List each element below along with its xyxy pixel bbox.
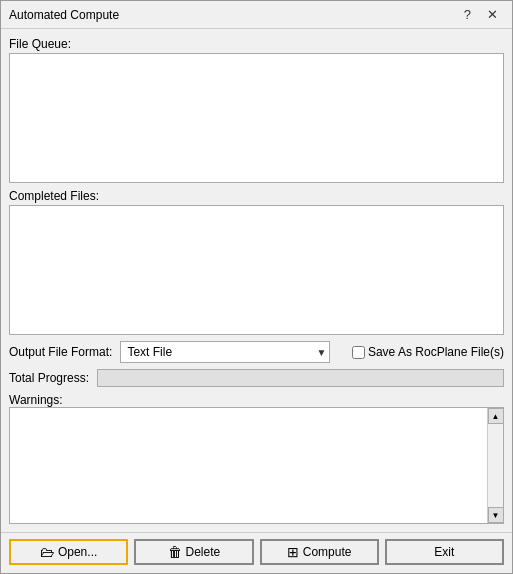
- warnings-label: Warnings:: [9, 393, 504, 407]
- compute-button-label: Compute: [303, 545, 352, 559]
- main-window: Automated Compute ? ✕ File Queue: Comple…: [0, 0, 513, 574]
- title-bar: Automated Compute ? ✕: [1, 1, 512, 29]
- dropdown-wrapper: Text File CSV File Excel File ▼: [120, 341, 330, 363]
- warnings-box[interactable]: ▲ ▼: [9, 407, 504, 524]
- file-queue-section: File Queue:: [9, 37, 504, 183]
- window-title: Automated Compute: [9, 8, 458, 22]
- warnings-section: Warnings: ▲ ▼: [9, 393, 504, 524]
- scrollbar-track: ▲ ▼: [487, 408, 503, 523]
- save-as-checkbox[interactable]: [352, 346, 365, 359]
- open-icon: 🗁: [40, 544, 54, 560]
- delete-icon: 🗑: [168, 544, 182, 560]
- completed-files-label: Completed Files:: [9, 189, 504, 203]
- delete-button[interactable]: 🗑 Delete: [134, 539, 253, 565]
- progress-row: Total Progress:: [9, 369, 504, 387]
- output-format-label: Output File Format:: [9, 345, 112, 359]
- file-queue-box[interactable]: [9, 53, 504, 183]
- scroll-down-button[interactable]: ▼: [488, 507, 504, 523]
- file-queue-label: File Queue:: [9, 37, 504, 51]
- delete-button-label: Delete: [186, 545, 221, 559]
- open-button-label: Open...: [58, 545, 97, 559]
- completed-files-section: Completed Files:: [9, 189, 504, 335]
- progress-bar-container: [97, 369, 504, 387]
- exit-button[interactable]: Exit: [385, 539, 504, 565]
- content-area: File Queue: Completed Files: Output File…: [1, 29, 512, 532]
- compute-icon: ⊞: [287, 544, 299, 560]
- scrollbar-thumb-area: [488, 424, 503, 507]
- save-as-checkbox-label[interactable]: Save As RocPlane File(s): [352, 345, 504, 359]
- completed-files-box[interactable]: [9, 205, 504, 335]
- help-button[interactable]: ?: [458, 6, 477, 23]
- output-format-select[interactable]: Text File CSV File Excel File: [120, 341, 330, 363]
- scroll-up-button[interactable]: ▲: [488, 408, 504, 424]
- title-bar-controls: ? ✕: [458, 6, 504, 23]
- output-format-row: Output File Format: Text File CSV File E…: [9, 341, 504, 363]
- save-as-label: Save As RocPlane File(s): [368, 345, 504, 359]
- exit-button-label: Exit: [434, 545, 454, 559]
- open-button[interactable]: 🗁 Open...: [9, 539, 128, 565]
- total-progress-label: Total Progress:: [9, 371, 89, 385]
- button-row: 🗁 Open... 🗑 Delete ⊞ Compute Exit: [1, 532, 512, 573]
- close-button[interactable]: ✕: [481, 6, 504, 23]
- compute-button[interactable]: ⊞ Compute: [260, 539, 379, 565]
